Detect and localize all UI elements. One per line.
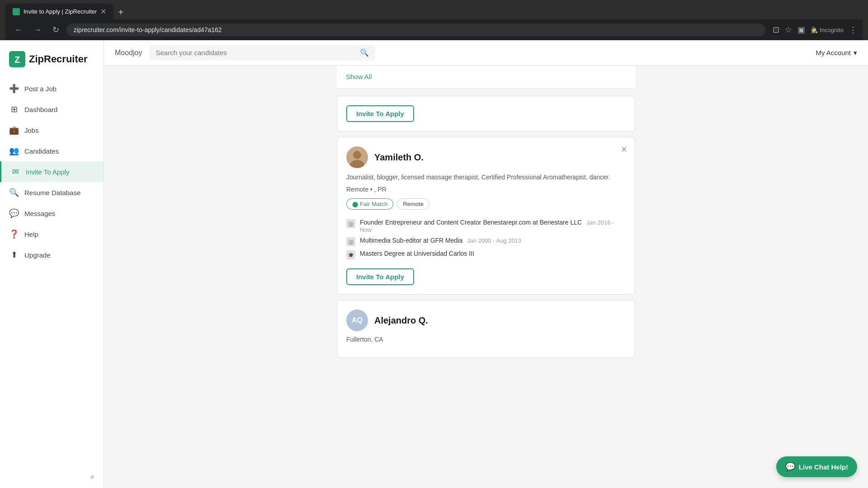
candidate-location-alejandro: Fullerton, CA xyxy=(346,336,626,343)
sidebar-item-resume-database[interactable]: 🔍 Resume Database xyxy=(0,182,104,203)
candidate-card-alejandro: AQ Alejandro Q. Fullerton, CA xyxy=(337,300,635,358)
forward-button[interactable]: → xyxy=(30,23,45,37)
candidate-badges: ⬤ Fair Match Remote xyxy=(346,198,626,210)
exp-details-2: Masters Degree at Universidad Carlos III xyxy=(360,250,474,257)
reload-button[interactable]: ↻ xyxy=(49,23,63,37)
content-inner: Show All Invite To Apply xyxy=(337,66,635,381)
nav-icon-candidates: 👥 xyxy=(9,146,19,156)
candidate-title-yamileth: Journalist, blogger, licensed massage th… xyxy=(346,173,626,182)
new-tab-button[interactable]: + xyxy=(114,5,127,19)
sidebar-item-post-job[interactable]: ➕ Post a Job xyxy=(0,78,104,99)
browser-chrome: Invite to Apply | ZipRecruiter ✕ + ← → ↻… xyxy=(0,0,868,40)
remote-badge: Remote xyxy=(397,198,429,210)
company-name: Moodjoy xyxy=(115,49,142,57)
nav-label-jobs: Jobs xyxy=(24,127,39,134)
invite-to-apply-button-yamileth[interactable]: Invite To Apply xyxy=(346,268,414,285)
cast-icon[interactable]: ⊡ xyxy=(773,25,779,35)
nav-label-messages: Messages xyxy=(24,210,55,217)
ziprecruiter-logo-icon: Z xyxy=(9,51,25,67)
back-button[interactable]: ← xyxy=(11,23,26,37)
card-header: Yamileth O. xyxy=(346,146,626,168)
logo-text: ZipRecruiter xyxy=(29,53,88,65)
nav-label-post-job: Post a Job xyxy=(24,85,57,93)
prev-invite-to-apply-button[interactable]: Invite To Apply xyxy=(346,105,414,122)
exp-details-1: Multimedia Sub-editor at GFR Media Jan 2… xyxy=(360,237,521,244)
fair-match-icon: ⬤ xyxy=(352,201,358,207)
sidebar-item-jobs[interactable]: 💼 Jobs xyxy=(0,120,104,141)
sidebar-toggle-icon[interactable]: ▣ xyxy=(797,25,805,35)
nav-icon-help: ❓ xyxy=(9,229,19,239)
account-label: My Account xyxy=(816,49,851,56)
nav-label-resume-database: Resume Database xyxy=(24,189,80,197)
card-close-button[interactable]: ✕ xyxy=(621,145,627,155)
exp-details-0: Founder Entrepreneur and Content Creator… xyxy=(360,219,626,233)
candidate-name-yamileth: Yamileth O. xyxy=(374,152,424,163)
main-content: Moodjoy 🔍 My Account ▾ Show All xyxy=(104,40,868,488)
search-icon: 🔍 xyxy=(360,48,369,57)
nav-icon-dashboard: ⊞ xyxy=(9,104,19,114)
experience-list: 🏢 Founder Entrepreneur and Content Creat… xyxy=(346,217,626,261)
nav-label-candidates: Candidates xyxy=(24,147,59,155)
show-all-link[interactable]: Show All xyxy=(346,73,372,80)
logo: Z ZipRecruiter xyxy=(0,47,104,78)
browser-nav: ← → ↻ ⊡ ☆ ▣ 🕵 Incognito ⋮ xyxy=(5,19,863,40)
nav-icon-post-job: ➕ xyxy=(9,84,19,94)
candidate-name-alejandro: Alejandro Q. xyxy=(374,315,428,326)
exp-edu-icon-2: 🎓 xyxy=(346,250,355,259)
nav-label-upgrade: Upgrade xyxy=(24,251,51,259)
account-menu[interactable]: My Account ▾ xyxy=(816,49,857,57)
previous-candidate-card: Invite To Apply xyxy=(337,96,635,131)
fair-match-badge: ⬤ Fair Match xyxy=(346,198,393,210)
exp-company-icon-0: 🏢 xyxy=(346,219,355,228)
nav-label-help: Help xyxy=(24,230,38,238)
nav-icon-jobs: 💼 xyxy=(9,125,19,135)
sidebar-item-dashboard[interactable]: ⊞ Dashboard xyxy=(0,99,104,120)
content-scroll-area[interactable]: Show All Invite To Apply xyxy=(104,66,868,488)
nav-label-dashboard: Dashboard xyxy=(24,106,57,113)
chat-icon: 💬 xyxy=(785,462,795,472)
sidebar-item-upgrade[interactable]: ⬆ Upgrade xyxy=(0,244,104,265)
experience-item-2: 🎓 Masters Degree at Universidad Carlos I… xyxy=(346,248,626,261)
tab-title: Invite to Apply | ZipRecruiter xyxy=(24,8,97,15)
sidebar-item-help[interactable]: ❓ Help xyxy=(0,224,104,244)
avatar-yamileth xyxy=(346,146,368,168)
sidebar-item-messages[interactable]: 💬 Messages xyxy=(0,203,104,224)
account-chevron-icon: ▾ xyxy=(854,49,857,57)
nav-icon-resume-database: 🔍 xyxy=(9,188,19,197)
show-all-bar: Show All xyxy=(337,66,635,89)
candidate-card-yamileth: Yamileth O. ✕ Journalist, blogger, licen… xyxy=(337,137,635,295)
sidebar-item-candidates[interactable]: 👥 Candidates xyxy=(0,141,104,161)
experience-item-0: 🏢 Founder Entrepreneur and Content Creat… xyxy=(346,217,626,235)
sidebar-item-invite-to-apply[interactable]: ✉ Invite To Apply xyxy=(0,161,104,182)
sidebar-nav: ➕ Post a Job ⊞ Dashboard 💼 Jobs 👥 Candid… xyxy=(0,78,104,265)
svg-point-3 xyxy=(353,151,361,159)
live-chat-label: Live Chat Help! xyxy=(799,463,848,471)
nav-icon-upgrade: ⬆ xyxy=(9,250,19,260)
browser-tabs: Invite to Apply | ZipRecruiter ✕ + xyxy=(5,4,863,19)
tab-close-button[interactable]: ✕ xyxy=(100,7,106,16)
address-bar[interactable] xyxy=(66,23,765,36)
tab-favicon xyxy=(13,8,20,15)
incognito-icon: 🕵 xyxy=(811,27,818,33)
menu-icon[interactable]: ⋮ xyxy=(849,25,857,35)
nav-icon-invite-to-apply: ✉ xyxy=(10,167,20,177)
sidebar-collapse-button[interactable]: « xyxy=(0,465,104,488)
search-bar: 🔍 xyxy=(149,45,375,61)
incognito-badge: 🕵 Incognito xyxy=(811,27,844,33)
alejandro-card-header: AQ Alejandro Q. xyxy=(346,310,626,331)
search-input[interactable] xyxy=(156,49,356,56)
active-tab[interactable]: Invite to Apply | ZipRecruiter ✕ xyxy=(5,4,113,19)
search-wrapper: 🔍 xyxy=(149,45,375,61)
avatar-alejandro: AQ xyxy=(346,310,368,331)
app: Z ZipRecruiter ➕ Post a Job ⊞ Dashboard … xyxy=(0,40,868,488)
svg-text:Z: Z xyxy=(14,55,20,65)
live-chat-button[interactable]: 💬 Live Chat Help! xyxy=(776,456,857,477)
exp-company-icon-1: 🏢 xyxy=(346,237,355,246)
nav-label-invite-to-apply: Invite To Apply xyxy=(26,168,69,176)
sidebar: Z ZipRecruiter ➕ Post a Job ⊞ Dashboard … xyxy=(0,40,104,488)
header: Moodjoy 🔍 My Account ▾ xyxy=(104,40,868,66)
experience-item-1: 🏢 Multimedia Sub-editor at GFR Media Jan… xyxy=(346,235,626,248)
avatar-image xyxy=(346,146,368,168)
bookmark-icon[interactable]: ☆ xyxy=(785,25,792,35)
nav-icons: ⊡ ☆ ▣ 🕵 Incognito ⋮ xyxy=(773,25,857,35)
